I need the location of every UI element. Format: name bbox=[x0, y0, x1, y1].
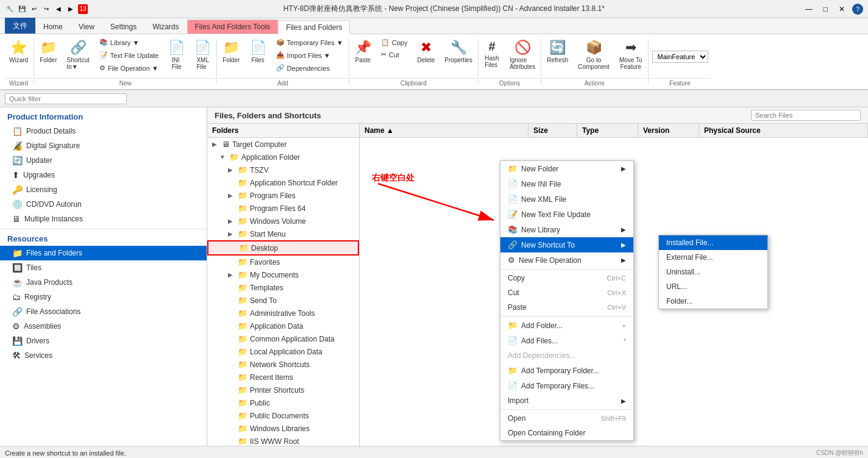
expand-program-files[interactable]: ▶ bbox=[228, 192, 235, 199]
expand-app-icon[interactable]: ▼ bbox=[219, 154, 227, 160]
sidebar-item-tiles[interactable]: 🔲 Tiles bbox=[0, 260, 207, 275]
folder-admin-tools[interactable]: ▶ 📁 Administrative Tools bbox=[207, 307, 359, 320]
folder-program-files-64[interactable]: ▶ 📁 Program Files 64 bbox=[207, 202, 359, 215]
col-physical[interactable]: Physical Source bbox=[699, 124, 868, 137]
minimize-btn[interactable]: — bbox=[800, 4, 817, 15]
refresh-btn[interactable]: 🔄 Refresh bbox=[542, 37, 572, 66]
nav-back-icon[interactable]: ◀ bbox=[54, 4, 63, 14]
ctx-cut[interactable]: Cut Ctrl+X bbox=[500, 285, 633, 300]
search-files-input[interactable] bbox=[751, 110, 861, 121]
ctx-import[interactable]: Import ▶ bbox=[500, 393, 633, 408]
folder-local-app-data[interactable]: ▶ 📁 Local Application Data bbox=[207, 345, 359, 358]
ctx-new-ini[interactable]: 📄 New INI File bbox=[500, 176, 633, 191]
tab-files-folders-tools[interactable]: Files And Folders Tools bbox=[187, 20, 279, 34]
folder-start-menu[interactable]: ▶ 📁 Start Menu bbox=[207, 227, 359, 240]
maximize-btn[interactable]: □ bbox=[819, 4, 833, 15]
ini-file-btn[interactable]: 📄 INIFile bbox=[164, 37, 189, 73]
ctx-new-file-op[interactable]: ⚙ New File Operation ▶ bbox=[500, 252, 633, 268]
expand-my-docs[interactable]: ▶ bbox=[228, 271, 235, 278]
paste-large-btn[interactable]: 📌 Paste bbox=[350, 37, 375, 66]
redo-icon[interactable]: ↪ bbox=[41, 4, 51, 14]
library-btn[interactable]: 📚 Library ▼ bbox=[95, 37, 163, 48]
ignore-attributes-btn[interactable]: 🚫 IgnoreAttributes bbox=[505, 37, 539, 73]
close-btn[interactable]: ✕ bbox=[834, 4, 850, 15]
sidebar-item-cddvd[interactable]: 💿 CD/DVD Autorun bbox=[0, 197, 207, 212]
sidebar-item-registry[interactable]: 🗂 Registry bbox=[0, 290, 207, 304]
tab-home[interactable]: Home bbox=[35, 20, 71, 34]
sidebar-item-updater[interactable]: 🔄 Updater bbox=[0, 153, 207, 168]
expand-win-vol[interactable]: ▶ bbox=[228, 218, 235, 224]
submenu-installed-file[interactable]: Installed File... bbox=[659, 235, 767, 250]
folder-app-data[interactable]: ▶ 📁 Application Data bbox=[207, 320, 359, 332]
tab-view[interactable]: View bbox=[71, 20, 102, 34]
folder-favorites[interactable]: ▶ 📁 Favorites bbox=[207, 256, 359, 268]
tab-settings[interactable]: Settings bbox=[102, 20, 144, 34]
hash-files-btn[interactable]: # HashFiles bbox=[480, 37, 504, 71]
ctx-copy[interactable]: Copy Ctrl+C bbox=[500, 271, 633, 285]
goto-component-btn[interactable]: 📦 Go toComponent bbox=[574, 37, 614, 73]
ctx-open[interactable]: Open Shift+F9 bbox=[500, 411, 633, 426]
submenu-external-file[interactable]: External File... bbox=[659, 250, 767, 265]
ctx-new-xml[interactable]: 📄 New XML File bbox=[500, 191, 633, 207]
shortcut-to-btn[interactable]: 🔗 Shortcutto▼ bbox=[62, 37, 93, 73]
help-btn[interactable]: ? bbox=[852, 4, 863, 15]
sidebar-item-multiple[interactable]: 🖥 Multiple Instances bbox=[0, 212, 207, 226]
sidebar-item-file-assoc[interactable]: 🔗 File Associations bbox=[0, 304, 207, 319]
folder-desktop[interactable]: ▶ 📁 Desktop bbox=[207, 240, 359, 256]
move-to-feature-btn[interactable]: ➡ Move ToFeature bbox=[615, 37, 647, 73]
expand-tszv[interactable]: ▶ bbox=[228, 166, 235, 173]
tab-file[interactable]: 文件 bbox=[5, 18, 35, 34]
sidebar-item-java[interactable]: ☕ Java Products bbox=[0, 275, 207, 290]
col-type[interactable]: Type bbox=[577, 124, 638, 137]
submenu-uninstall[interactable]: Uninstall... bbox=[659, 265, 767, 279]
col-version[interactable]: Version bbox=[638, 124, 699, 137]
sidebar-item-digital-signature[interactable]: 🔏 Digital Signature bbox=[0, 138, 207, 153]
add-folder-btn[interactable]: 📁 Folder bbox=[218, 37, 244, 66]
ctx-new-folder[interactable]: 📁 New Folder ▶ bbox=[500, 161, 633, 176]
sidebar-item-services[interactable]: 🛠 Services bbox=[0, 348, 207, 363]
folder-windows-volume[interactable]: ▶ 📁 Windows Volume bbox=[207, 215, 359, 227]
ctx-new-text[interactable]: 📝 New Text File Update bbox=[500, 207, 633, 222]
ctx-add-temp-files[interactable]: 📄 Add Temporary Files... bbox=[500, 378, 633, 393]
ctx-add-temp-folder[interactable]: 📁 Add Temporary Folder... bbox=[500, 363, 633, 378]
sidebar-item-files-folders[interactable]: 📁 Files and Folders bbox=[0, 246, 207, 260]
sidebar-item-product-details[interactable]: 📋 Product Details bbox=[0, 124, 207, 138]
folder-common-app-data[interactable]: ▶ 📁 Common Application Data bbox=[207, 332, 359, 345]
properties-btn[interactable]: 🔧 Properties bbox=[440, 37, 477, 66]
expand-start-menu[interactable]: ▶ bbox=[228, 231, 235, 237]
col-size[interactable]: Size bbox=[528, 124, 577, 137]
save-icon[interactable]: 💾 bbox=[17, 4, 27, 14]
folder-network-shortcuts[interactable]: ▶ 📁 Network Shortcuts bbox=[207, 358, 359, 371]
folder-program-files[interactable]: ▶ 📁 Program Files bbox=[207, 189, 359, 202]
dependencies-btn[interactable]: 🔗 Dependencies bbox=[272, 62, 347, 74]
submenu-folder[interactable]: Folder... bbox=[659, 294, 767, 309]
xml-file-btn[interactable]: 📄 XMLFile bbox=[190, 37, 215, 73]
ctx-new-shortcut[interactable]: 🔗 New Shortcut To ▶ bbox=[500, 237, 633, 252]
import-files-btn[interactable]: 📥 Import Files ▼ bbox=[272, 49, 347, 61]
submenu-url[interactable]: URL... bbox=[659, 279, 767, 294]
sidebar-item-upgrades[interactable]: ⬆ Upgrades bbox=[0, 168, 207, 182]
folder-iis[interactable]: ▶ 📁 IIS WWW Root bbox=[207, 435, 359, 448]
quick-filter-input[interactable] bbox=[5, 93, 127, 104]
temp-files-btn[interactable]: 📦 Temporary Files ▼ bbox=[272, 37, 347, 48]
cut-btn[interactable]: ✂ Cut bbox=[377, 49, 412, 60]
nav-forward-icon[interactable]: ▶ bbox=[66, 4, 76, 14]
undo-icon[interactable]: ↩ bbox=[29, 4, 39, 14]
expand-icon[interactable]: ▶ bbox=[212, 141, 219, 148]
folder-send-to[interactable]: ▶ 📁 Send To bbox=[207, 294, 359, 307]
wizard-btn[interactable]: ⭐ Wizard bbox=[5, 37, 32, 66]
ctx-add-folder[interactable]: 📁 Add Folder... + bbox=[500, 318, 633, 333]
folder-app-folder[interactable]: ▼ 📁 Application Folder bbox=[207, 151, 359, 163]
folder-win-libraries[interactable]: ▶ 📁 Windows Libraries bbox=[207, 422, 359, 435]
add-files-btn[interactable]: 📄 Files bbox=[246, 37, 271, 66]
folder-my-documents[interactable]: ▶ 📁 My Documents bbox=[207, 268, 359, 281]
folder-public[interactable]: ▶ 📁 Public bbox=[207, 396, 359, 409]
folder-recent-items[interactable]: ▶ 📁 Recent Items bbox=[207, 371, 359, 384]
delete-btn[interactable]: ✖ Delete bbox=[413, 37, 439, 66]
ctx-add-files[interactable]: 📄 Add Files... * bbox=[500, 333, 633, 348]
folder-btn[interactable]: 📁 Folder bbox=[35, 37, 61, 66]
folder-app-shortcut[interactable]: ▶ 📁 Application Shortcut Folder bbox=[207, 176, 359, 189]
sidebar-item-assemblies[interactable]: ⚙ Assemblies bbox=[0, 319, 207, 334]
folder-public-docs[interactable]: ▶ 📁 Public Documents bbox=[207, 409, 359, 422]
ctx-paste[interactable]: Paste Ctrl+V bbox=[500, 300, 633, 315]
